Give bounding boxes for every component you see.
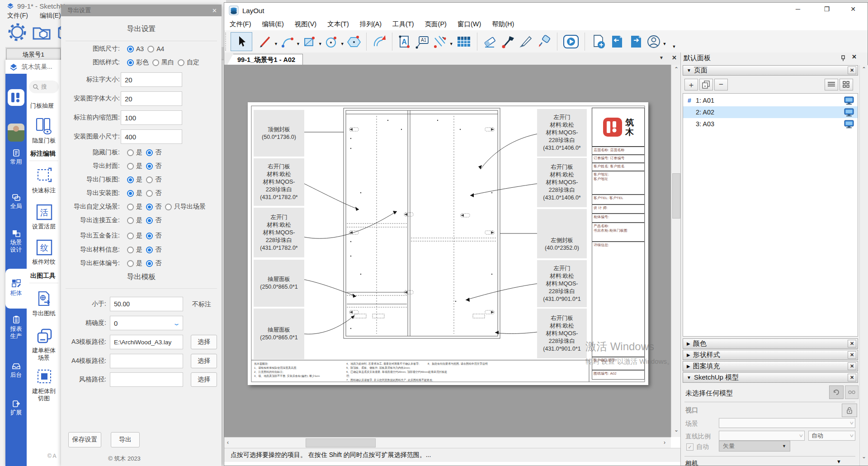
sidebar-item-kuozhan[interactable]: 扩展 [5, 399, 27, 416]
tool-grain-match-button[interactable]: 纹 [36, 239, 53, 258]
radio-no[interactable] [146, 163, 153, 170]
tool-single-cabinet-scene-button[interactable] [36, 327, 54, 347]
option-custom[interactable]: 自定 [187, 58, 199, 67]
chevron-down-icon[interactable]: ▼ [663, 42, 667, 46]
shape-style-panel-close-icon[interactable]: ✕ [848, 351, 856, 359]
option-color[interactable]: 彩色 [136, 58, 149, 67]
scroll-up-icon[interactable]: ⌃ [862, 66, 866, 72]
drawing-canvas[interactable]: 顶侧封板 (50.0*1736.0) 右开门板 材料:欧松 材料:MQOS- 2… [224, 65, 680, 437]
maximize-button[interactable]: ❐ [820, 5, 834, 15]
style-eyedropper-button[interactable] [499, 33, 517, 51]
toolbar-overflow-icon[interactable]: ▼ [672, 44, 676, 49]
add-page-button[interactable]: ＋ [684, 79, 698, 90]
radio-a3[interactable] [127, 46, 134, 52]
radio-yes[interactable] [127, 260, 134, 267]
sidebar-item-houtai[interactable]: 后台 [5, 362, 27, 379]
tab-close-icon[interactable]: ✕ [672, 54, 677, 61]
tool-export-drawings-button[interactable] [35, 290, 53, 310]
scene-select[interactable]: ˅ [719, 418, 855, 428]
chevron-down-icon[interactable]: ▼ [274, 42, 278, 46]
min-size-input[interactable] [121, 129, 182, 144]
radio-a4[interactable] [147, 46, 154, 52]
install-font-size-input[interactable] [121, 91, 182, 106]
option-bw[interactable]: 黑白 [161, 58, 174, 67]
close-button[interactable]: ✕ [846, 5, 860, 15]
rectangle-tool-button[interactable] [301, 33, 317, 51]
a3-template-path-input[interactable] [110, 335, 183, 349]
horizontal-scroll-thumb[interactable] [306, 438, 376, 447]
radio-color[interactable] [127, 59, 134, 66]
radio-no[interactable] [146, 176, 153, 183]
account-button[interactable] [646, 33, 662, 51]
menu-file[interactable]: 文件(F) [224, 20, 257, 29]
menu-arrange[interactable]: 排列(A) [354, 20, 387, 29]
a4-template-path-input[interactable] [110, 354, 183, 368]
list-view-button[interactable] [825, 79, 838, 90]
grid-view-button[interactable] [840, 79, 853, 90]
su-menu-edit[interactable]: 编辑(E) [40, 12, 61, 20]
radio-no[interactable] [146, 204, 153, 210]
layout-titlebar[interactable]: LayOut ─ ❐ ✕ [224, 3, 868, 18]
tool-cabinet-section-button[interactable] [36, 368, 54, 388]
radio-no[interactable] [146, 233, 153, 239]
dialog-titlebar[interactable]: 导出设置 ✕ [61, 5, 222, 16]
add-page-button[interactable] [589, 33, 608, 51]
tool-active-layer-button[interactable]: 活 [36, 204, 53, 223]
sidebar-item-report[interactable]: 报表 生产 [5, 315, 27, 340]
circle-tool-button[interactable] [323, 33, 340, 51]
scroll-down-icon[interactable]: ⌄ [862, 453, 866, 460]
vertical-scroll-thumb[interactable] [672, 173, 680, 219]
monitor-icon[interactable] [844, 108, 854, 117]
previous-page-button[interactable] [608, 33, 627, 51]
pages-panel-header[interactable]: ▼ 页面 ✕ [683, 65, 858, 76]
su-scene-tab[interactable]: 场景号1 [6, 48, 61, 60]
option-only-scene[interactable]: 只导出场景 [174, 203, 206, 211]
radio-bw[interactable] [152, 59, 159, 66]
page-row-a03[interactable]: 3: A03 [683, 118, 858, 130]
colors-panel-close-icon[interactable]: ✕ [848, 340, 856, 347]
avatar[interactable] [8, 124, 24, 142]
sidebar-item-quanju[interactable]: 全局 [5, 193, 27, 210]
pages-panel-close-icon[interactable]: ✕ [848, 67, 856, 74]
a4-browse-button[interactable]: 选择 [191, 354, 217, 368]
radio-yes[interactable] [127, 149, 134, 156]
duplicate-page-button[interactable] [699, 79, 713, 90]
menu-window[interactable]: 窗口(W) [452, 20, 486, 29]
radio-yes[interactable] [127, 204, 134, 210]
option-a3[interactable]: A3 [136, 45, 144, 52]
line-scale-mode-select[interactable]: 自动 ˅ [808, 431, 855, 441]
chevron-down-icon[interactable]: ▼ [836, 459, 841, 464]
label-tool-button[interactable]: A1 [413, 33, 431, 51]
next-page-button[interactable] [627, 33, 646, 51]
save-settings-button[interactable]: 保存设置 [68, 432, 101, 447]
radio-no[interactable] [146, 217, 153, 224]
pin-icon[interactable] [840, 55, 846, 62]
radio-yes[interactable] [127, 247, 134, 253]
scroll-left-icon[interactable]: ‹ [227, 439, 229, 446]
sidebar-item-guiti-active[interactable]: 柜体 [5, 269, 27, 309]
su-folder-model-icon[interactable] [32, 22, 52, 43]
precision-select[interactable]: 0 ⌄ [110, 316, 183, 330]
sidebar-item-changyong[interactable]: 常用 [5, 149, 27, 166]
document-tab[interactable]: 99-1_场景号1 - A02 [227, 54, 303, 65]
monitor-icon[interactable] [844, 96, 854, 105]
arc-tool-button[interactable] [279, 33, 295, 51]
auto-checkbox[interactable]: ✓ [686, 443, 693, 451]
vertical-scrollbar[interactable]: ⌃ ⌄ [671, 65, 681, 437]
radio-no[interactable] [146, 190, 153, 197]
inset-range-input[interactable] [121, 110, 182, 125]
polygon-tool-button[interactable] [345, 33, 363, 51]
plugin-logo-tile[interactable] [8, 89, 24, 106]
link-model-button[interactable] [845, 385, 859, 399]
chevron-down-icon[interactable]: ▼ [318, 42, 322, 46]
chevron-down-icon[interactable]: ▼ [340, 42, 344, 46]
text-tool-button[interactable]: A [396, 33, 413, 51]
line-scale-select[interactable]: ˅ [719, 431, 805, 441]
radio-no[interactable] [146, 260, 153, 267]
style-path-input[interactable] [110, 372, 183, 387]
present-button[interactable] [561, 33, 581, 51]
panel-scrollbar[interactable]: ⌃ ⌄ [859, 65, 868, 466]
radio-no[interactable] [146, 149, 153, 156]
menu-pages[interactable]: 页面(P) [420, 20, 452, 29]
lock-button[interactable] [842, 404, 857, 417]
